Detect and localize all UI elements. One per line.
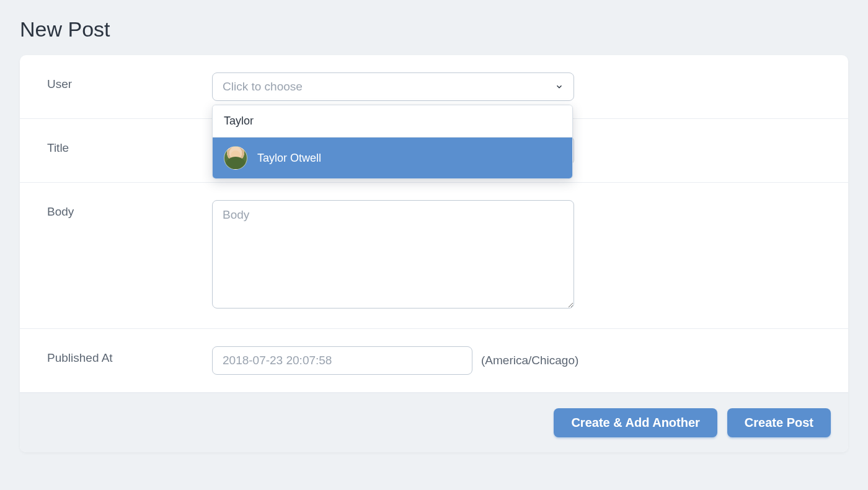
field-row-body: Body — [20, 183, 848, 329]
label-body: Body — [47, 200, 212, 219]
create-post-button[interactable]: Create Post — [727, 408, 831, 437]
page-title: New Post — [20, 17, 848, 42]
chevron-down-icon — [555, 82, 564, 91]
timezone-label: (America/Chicago) — [481, 346, 578, 375]
user-option-taylor-otwell[interactable]: Taylor Otwell — [213, 138, 572, 178]
label-user: User — [47, 72, 212, 91]
avatar — [224, 146, 247, 170]
user-search-input[interactable] — [213, 105, 572, 138]
field-row-user: User Click to choose Taylor Otwell — [20, 55, 848, 119]
form-card: User Click to choose Taylor Otwell — [20, 55, 848, 452]
body-textarea[interactable] — [212, 200, 574, 308]
label-title: Title — [47, 136, 212, 155]
label-published-at: Published At — [47, 346, 212, 365]
published-at-input[interactable] — [212, 346, 472, 375]
user-select-placeholder: Click to choose — [223, 80, 303, 94]
user-select[interactable]: Click to choose — [212, 72, 574, 101]
form-actions: Create & Add Another Create Post — [20, 393, 848, 452]
create-and-add-another-button[interactable]: Create & Add Another — [554, 408, 717, 437]
field-row-published-at: Published At (America/Chicago) — [20, 329, 848, 393]
user-dropdown: Taylor Otwell — [212, 105, 573, 179]
user-option-label: Taylor Otwell — [257, 152, 321, 165]
